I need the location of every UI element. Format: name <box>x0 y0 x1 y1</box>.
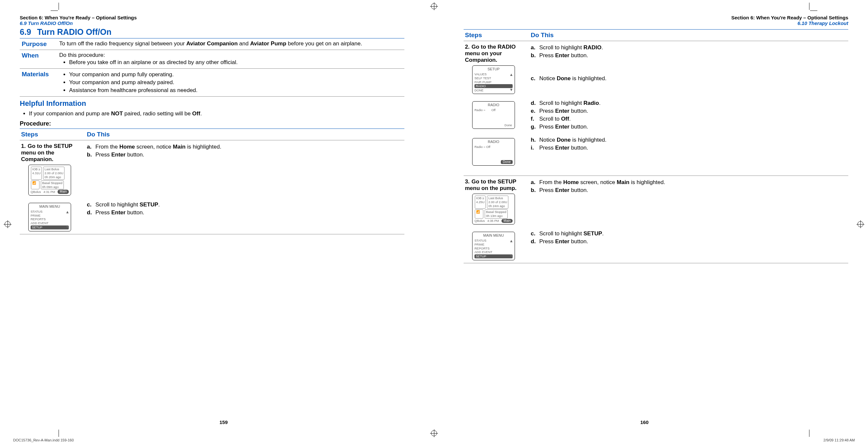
imprint-filename: DOC15736_Rev-A-Man.indd 159-160 <box>13 438 74 442</box>
substep: c.Scroll to highlight SETUP. <box>87 201 403 209</box>
helpful-item: If your companion and pump are NOT paire… <box>29 110 404 117</box>
device-main-highlight: Main <box>501 219 513 223</box>
page-left: Section 6: When You're Ready – Optional … <box>13 10 434 428</box>
crop-mark <box>59 429 59 437</box>
steps-table: Steps Do This 1.Go to the SETUP menu on … <box>20 129 404 234</box>
scroll-arrows-icon: ▲▼ <box>65 210 69 230</box>
crop-mark <box>59 3 59 10</box>
helpful-list: If your companion and pump are NOT paire… <box>20 110 404 117</box>
signal-icon: 📶 <box>31 180 39 189</box>
materials-item: Your companion and pump already paired. <box>69 78 403 87</box>
device-done-label: Done <box>504 123 512 127</box>
step-cell: MAIN MENU STATUS PRIME REPORTS ADD EVENT… <box>20 198 86 234</box>
device-radio-off-screen: RADIO Radio = Off Done <box>472 138 515 166</box>
device-pump-home: IOB ≥4.25U Last Bolus2.00 of 2.00U0h 24m… <box>472 194 515 225</box>
section-header: Section 6: When You're Ready – Optional … <box>464 15 848 21</box>
scroll-arrows-icon: ▲▼ <box>509 239 513 259</box>
registration-mark-icon <box>431 430 437 436</box>
step-cell: MAIN MENU STATUS PRIME REPORTS ADD EVENT… <box>464 227 529 263</box>
col-dothis: Do This <box>86 129 404 140</box>
step-2-title: 2.Go to the RADIO menu on your Companion… <box>465 44 528 63</box>
substep: a.From the Home screen, notice Main is h… <box>531 178 847 186</box>
step-cell: RADIO Radio = Off Done <box>464 133 529 176</box>
device-done-highlight: Done <box>501 160 513 164</box>
device-setup-highlight: SETUP <box>31 226 69 230</box>
device-radio-screen: RADIO Radio = Off Done <box>472 101 515 129</box>
substep: d.Press Enter button. <box>87 209 403 217</box>
col-steps: Steps <box>20 129 86 140</box>
substep: c.Notice Done is highlighted. <box>531 75 847 82</box>
dothis-cell: c.Scroll to highlight SETUP. d.Press Ent… <box>529 227 848 263</box>
col-steps: Steps <box>464 30 529 41</box>
step-3-title: 3.Go to the SETUP menu on the pump. <box>465 178 528 192</box>
section-header: Section 6: When You're Ready – Optional … <box>20 15 404 21</box>
step-cell: 2.Go to the RADIO menu on your Companion… <box>464 41 529 97</box>
substep: d.Press Enter button. <box>531 238 847 245</box>
page-number: 160 <box>434 419 855 425</box>
substep: f.Scroll to Off. <box>531 115 847 123</box>
device-home-screen: IOB ≥4.31U Last Bolus2.00 of 2.00U0h 20m… <box>28 165 71 196</box>
procedure-label: Procedure: <box>20 120 404 127</box>
device-pump-main-menu: MAIN MENU STATUS PRIME REPORTS ADD EVENT… <box>472 232 515 260</box>
substep: a.From the Home screen, notice Main is h… <box>87 143 403 151</box>
purpose-text: To turn off the radio frequency signal b… <box>59 38 404 50</box>
materials-item: Assistance from healthcare professional … <box>69 87 403 94</box>
dothis-cell: a.Scroll to highlight RADIO. b.Press Ent… <box>529 41 848 97</box>
page-number: 159 <box>13 419 434 425</box>
section-subheader: 6.9 Turn RADIO Off/On <box>20 21 404 26</box>
when-bullet: Before you take off in an airplane or as… <box>69 59 403 66</box>
substep: d.Scroll to highlight Radio. <box>531 99 847 107</box>
device-setup-highlight: SETUP <box>474 254 513 259</box>
when-text: Do this procedure: Before you take off i… <box>59 50 404 69</box>
materials-item: Your companion and pump fully operating. <box>69 71 403 78</box>
substep: a.Scroll to highlight RADIO. <box>531 44 847 51</box>
materials-label: Materials <box>20 69 59 97</box>
col-dothis: Do This <box>529 30 848 41</box>
step-cell: 1.Go to the SETUP menu on the Companion.… <box>20 140 86 198</box>
step-cell: RADIO Radio = Off Done <box>464 97 529 133</box>
page-title: 6.9Turn RADIO Off/On <box>20 27 404 37</box>
substep: e.Press Enter button. <box>531 107 847 115</box>
substep: c.Scroll to highlight SETUP. <box>531 230 847 238</box>
imprint-timestamp: 2/9/09 11:29:48 AM <box>824 438 855 442</box>
step-1-title: 1.Go to the SETUP menu on the Companion. <box>21 143 84 163</box>
substep: b.Press Enter button. <box>531 186 847 194</box>
step-cell: 3.Go to the SETUP menu on the pump. IOB … <box>464 176 529 227</box>
title-number: 6.9 <box>20 27 31 36</box>
device-radio-highlight: RADIO <box>474 84 513 88</box>
helpful-heading: Helpful Information <box>20 99 404 108</box>
when-label: When <box>20 50 59 69</box>
dothis-cell: a.From the Home screen, notice Main is h… <box>86 140 404 198</box>
device-main-highlight: Main <box>58 189 69 194</box>
info-table: Purpose To turn off the radio frequency … <box>20 38 404 97</box>
substep: b.Press Enter button. <box>87 151 403 159</box>
page-right: Section 6: When You're Ready – Optional … <box>434 10 855 428</box>
substep: h.Notice Done is highlighted. <box>531 136 847 144</box>
crop-mark <box>809 429 809 437</box>
device-setup-menu: SETUP VALUES SELF TEST PAIR PUMP RADIO D… <box>472 65 515 94</box>
registration-mark-icon <box>431 3 437 9</box>
signal-icon: 📶 <box>475 209 483 218</box>
dothis-cell: h.Notice Done is highlighted. i.Press En… <box>529 133 848 176</box>
crop-mark <box>809 3 809 10</box>
registration-mark-icon <box>5 221 10 227</box>
dothis-cell: d.Scroll to highlight Radio. e.Press Ent… <box>529 97 848 133</box>
substep: b.Press Enter button. <box>531 51 847 60</box>
section-subheader: 6.10 Therapy Lockout <box>464 21 848 26</box>
steps-table: Steps Do This 2.Go to the RADIO menu on … <box>464 29 848 263</box>
device-main-menu: MAIN MENU STATUS PRIME REPORTS ADD EVENT… <box>28 203 71 231</box>
substep: g.Press Enter button. <box>531 123 847 131</box>
registration-mark-icon <box>858 221 863 227</box>
scroll-arrows-icon: ▲▼ <box>509 72 513 92</box>
purpose-label: Purpose <box>20 38 59 50</box>
substep: i.Press Enter button. <box>531 144 847 152</box>
title-text: Turn RADIO Off/On <box>37 27 112 36</box>
dothis-cell: c.Scroll to highlight SETUP. d.Press Ent… <box>86 198 404 234</box>
materials-text: Your companion and pump fully operating.… <box>59 69 404 97</box>
dothis-cell: a.From the Home screen, notice Main is h… <box>529 176 848 227</box>
page-spread: Section 6: When You're Ready – Optional … <box>13 10 855 428</box>
